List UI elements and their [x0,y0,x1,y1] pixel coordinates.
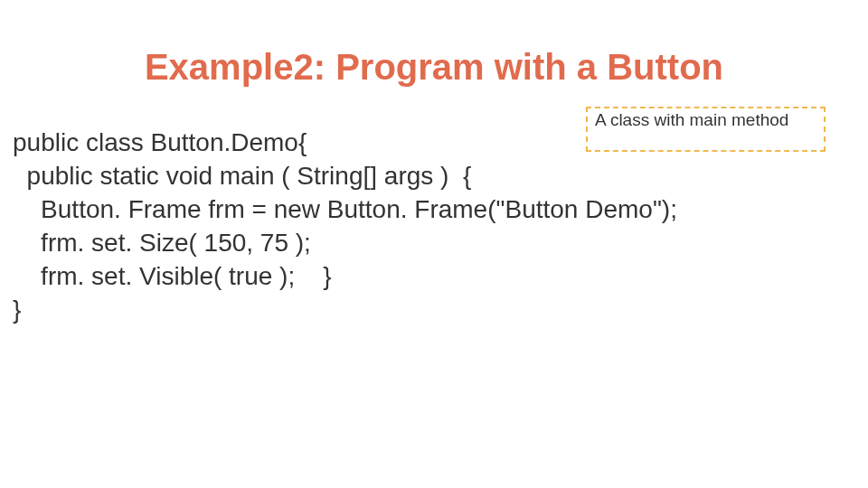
code-block: public class Button.Demo{ public static … [13,127,677,327]
code-line-6: } [13,294,677,327]
code-line-5: frm. set. Visible( true ); } [13,260,677,294]
code-line-1: public class Button.Demo{ [13,127,677,160]
code-line-2: public static void main ( String[] args … [13,160,677,193]
slide-title: Example2: Program with a Button [0,47,868,88]
code-line-3: Button. Frame frm = new Button. Frame("B… [13,193,677,227]
code-line-4: frm. set. Size( 150, 75 ); [13,227,677,260]
